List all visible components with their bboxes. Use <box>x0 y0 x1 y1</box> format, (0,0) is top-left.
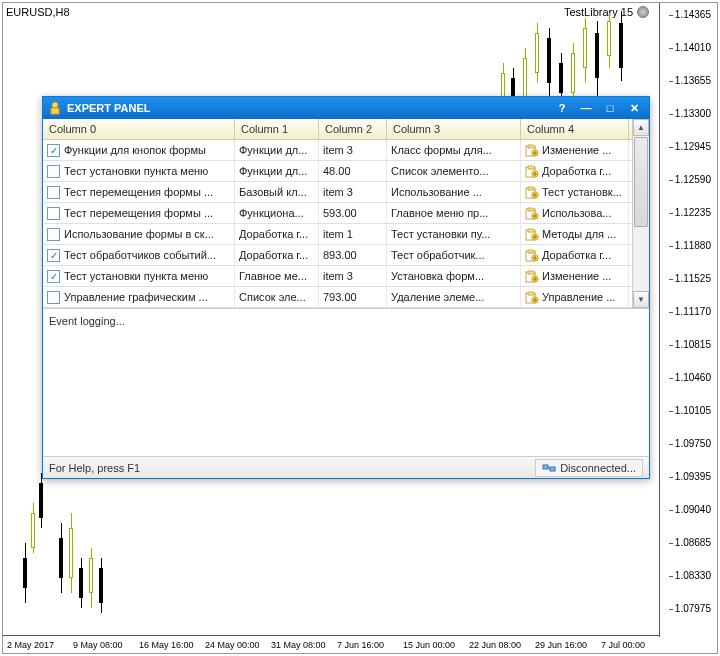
y-tick: 1.14010 <box>675 42 711 53</box>
table-row[interactable]: ✓Тест обработчиков событий...Доработка г… <box>43 245 632 266</box>
network-icon <box>542 461 556 475</box>
table-row[interactable]: Тест перемещения формы ...Базовый кл...i… <box>43 182 632 203</box>
help-button[interactable]: ? <box>551 100 573 116</box>
y-tick: 1.08330 <box>675 570 711 581</box>
cell-text: Функции для кнопок формы <box>64 144 206 156</box>
cell-text: item 3 <box>319 266 387 286</box>
close-button[interactable]: ✕ <box>623 100 645 116</box>
cell-text: Использование формы в ск... <box>64 228 214 240</box>
file-icon <box>525 185 539 199</box>
cell-text: item 3 <box>319 182 387 202</box>
x-tick: 24 May 00:00 <box>205 640 260 650</box>
checkbox[interactable] <box>47 186 60 199</box>
checkbox[interactable]: ✓ <box>47 270 60 283</box>
y-tick: 1.12590 <box>675 174 711 185</box>
table-row[interactable]: ✓Тест установки пункта менюГлавное ме...… <box>43 266 632 287</box>
cell-text: Удаление элеме... <box>387 287 521 307</box>
file-icon <box>525 143 539 157</box>
cell-text: Изменение ... <box>542 144 611 156</box>
col-header[interactable]: Column 1 <box>235 119 319 139</box>
cell-text: Тест установки пункта меню <box>64 165 208 177</box>
scroll-up-button[interactable]: ▲ <box>633 119 649 136</box>
checkbox[interactable]: ✓ <box>47 249 60 262</box>
cell-text: Функции дл... <box>235 161 319 181</box>
svg-point-0 <box>52 102 58 108</box>
minimize-button[interactable]: — <box>575 100 597 116</box>
cell-text: Изменение ... <box>542 270 611 282</box>
file-icon <box>525 164 539 178</box>
cell-text: item 1 <box>319 224 387 244</box>
table-row[interactable]: Тест перемещения формы ...Функциона...59… <box>43 203 632 224</box>
cell-text: Управление ... <box>542 291 615 303</box>
cell-text: Функции дл... <box>235 140 319 160</box>
maximize-button[interactable]: □ <box>599 100 621 116</box>
scroll-down-button[interactable]: ▼ <box>633 291 649 308</box>
cell-text: Управление графическим ... <box>64 291 208 303</box>
cell-text: Тест перемещения формы ... <box>64 186 213 198</box>
panel-title: EXPERT PANEL <box>67 102 151 114</box>
cell-text: Главное меню пр... <box>387 203 521 223</box>
svg-rect-1 <box>51 108 59 114</box>
x-tick: 9 May 08:00 <box>73 640 123 650</box>
titlebar[interactable]: EXPERT PANEL ? — □ ✕ <box>43 97 649 119</box>
y-tick: 1.09395 <box>675 471 711 482</box>
table-row[interactable]: Использование формы в ск...Доработка г..… <box>43 224 632 245</box>
checkbox[interactable] <box>47 228 60 241</box>
log-area: Event logging... <box>43 308 649 456</box>
x-tick: 7 Jul 00:00 <box>601 640 645 650</box>
cell-text: Тест установки пункта меню <box>64 270 208 282</box>
scrollbar[interactable]: ▲ ▼ <box>632 119 649 308</box>
scroll-thumb[interactable] <box>634 137 648 227</box>
y-tick: 1.09040 <box>675 504 711 515</box>
cell-text: Методы для ... <box>542 228 616 240</box>
cell-text: 893.00 <box>319 245 387 265</box>
expert-panel: EXPERT PANEL ? — □ ✕ Column 0 Column 1 C… <box>42 96 650 479</box>
table-rows: ✓Функции для кнопок формыФункции дл...it… <box>43 140 632 308</box>
cell-text: Класс формы для... <box>387 140 521 160</box>
cell-text: Функциона... <box>235 203 319 223</box>
cell-text: Тест перемещения формы ... <box>64 207 213 219</box>
y-tick: 1.13655 <box>675 75 711 86</box>
y-tick: 1.09750 <box>675 438 711 449</box>
x-tick: 22 Jun 08:00 <box>469 640 521 650</box>
cell-text: Использование ... <box>387 182 521 202</box>
panel-icon <box>47 100 63 116</box>
y-tick: 1.10460 <box>675 372 711 383</box>
file-icon <box>525 206 539 220</box>
cell-text: Тест обработчиков событий... <box>64 249 216 261</box>
cell-text: Доработка г... <box>542 249 611 261</box>
cell-text: Доработка г... <box>235 224 319 244</box>
cell-text: Список элементо... <box>387 161 521 181</box>
cell-text: Список эле... <box>235 287 319 307</box>
checkbox[interactable] <box>47 291 60 304</box>
svg-rect-19 <box>550 467 555 471</box>
x-tick: 29 Jun 16:00 <box>535 640 587 650</box>
table-row[interactable]: ✓Функции для кнопок формыФункции дл...it… <box>43 140 632 161</box>
col-header[interactable]: Column 2 <box>319 119 387 139</box>
cell-text: Базовый кл... <box>235 182 319 202</box>
status-bar: For Help, press F1 Disconnected... <box>43 456 649 478</box>
table-row[interactable]: Управление графическим ...Список эле...7… <box>43 287 632 308</box>
svg-rect-18 <box>543 465 548 469</box>
table-row[interactable]: Тест установки пункта менюФункции дл...4… <box>43 161 632 182</box>
file-icon <box>525 290 539 304</box>
checkbox[interactable] <box>47 165 60 178</box>
x-tick: 7 Jun 16:00 <box>337 640 384 650</box>
connection-status[interactable]: Disconnected... <box>535 459 643 477</box>
y-tick: 1.12945 <box>675 141 711 152</box>
cell-text: Тест обработчик... <box>387 245 521 265</box>
y-tick: 1.11880 <box>675 240 711 251</box>
col-header[interactable]: Column 0 <box>43 119 235 139</box>
x-tick: 31 May 08:00 <box>271 640 326 650</box>
checkbox[interactable] <box>47 207 60 220</box>
y-tick: 1.08685 <box>675 537 711 548</box>
col-header[interactable]: Column 3 <box>387 119 521 139</box>
x-axis: 2 May 20179 May 08:0016 May 16:0024 May … <box>3 635 659 653</box>
cell-text: 48.00 <box>319 161 387 181</box>
cell-text: Тест установки пу... <box>387 224 521 244</box>
checkbox[interactable]: ✓ <box>47 144 60 157</box>
y-axis: 1.143651.140101.136551.133001.129451.125… <box>659 3 717 637</box>
cell-text: Установка форм... <box>387 266 521 286</box>
y-tick: 1.12235 <box>675 207 711 218</box>
col-header[interactable]: Column 4 <box>521 119 629 139</box>
